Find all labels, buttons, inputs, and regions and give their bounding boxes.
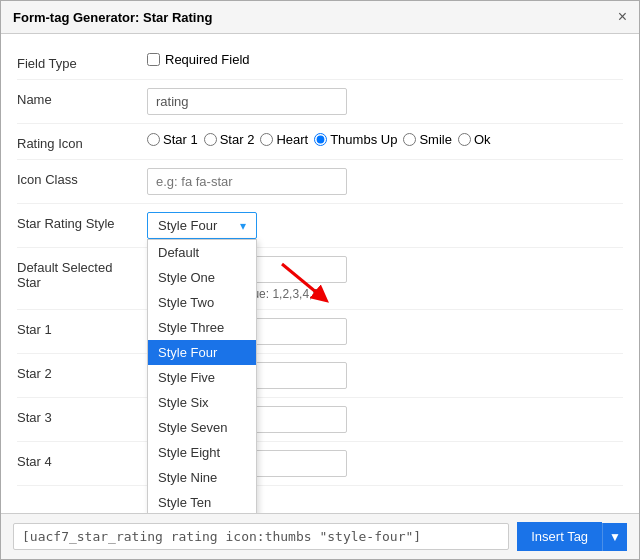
star3-label: Star 3 bbox=[17, 406, 147, 425]
field-type-control: Required Field bbox=[147, 52, 623, 67]
radio-heart-label[interactable]: Heart bbox=[260, 132, 308, 147]
name-label: Name bbox=[17, 88, 147, 107]
default-selected-star-label: Default SelectedStar bbox=[17, 256, 147, 290]
radio-star2[interactable] bbox=[204, 133, 217, 146]
star2-row: Star 2 bbox=[17, 354, 623, 398]
style-option-one[interactable]: Style One bbox=[148, 265, 256, 290]
generated-code-field[interactable] bbox=[13, 523, 509, 550]
red-arrow-icon bbox=[277, 259, 337, 309]
name-row: Name bbox=[17, 80, 623, 124]
name-control bbox=[147, 88, 623, 115]
dialog-title: Form-tag Generator: Star Rating bbox=[13, 10, 212, 25]
dialog-footer: Insert Tag ▼ bbox=[1, 513, 639, 559]
icon-class-row: Icon Class bbox=[17, 160, 623, 204]
insert-tag-dropdown-button[interactable]: ▼ bbox=[602, 523, 627, 551]
insert-tag-button[interactable]: Insert Tag bbox=[517, 522, 602, 551]
style-option-nine[interactable]: Style Nine bbox=[148, 465, 256, 490]
style-option-ten[interactable]: Style Ten bbox=[148, 490, 256, 513]
style-dropdown: Default Style One Style Two Style Three … bbox=[147, 239, 257, 513]
star-rating-style-control: Style Four ▾ Default Style One Style Two… bbox=[147, 212, 623, 239]
rating-icon-row: Rating Icon Star 1 Star 2 Heart Thumbs U… bbox=[17, 124, 623, 160]
icon-class-label: Icon Class bbox=[17, 168, 147, 187]
star1-row: Star 1 bbox=[17, 310, 623, 354]
required-field-checkbox-label[interactable]: Required Field bbox=[147, 52, 623, 67]
star-rating-style-row: Star Rating Style Style Four ▾ Default S… bbox=[17, 204, 623, 248]
style-select-button[interactable]: Style Four ▾ bbox=[147, 212, 257, 239]
radio-thumbsup-label[interactable]: Thumbs Up bbox=[314, 132, 397, 147]
radio-smile-label[interactable]: Smile bbox=[403, 132, 452, 147]
radio-star2-label[interactable]: Star 2 bbox=[204, 132, 255, 147]
star4-row: Star 4 bbox=[17, 442, 623, 486]
close-button[interactable]: × bbox=[618, 9, 627, 25]
radio-heart[interactable] bbox=[260, 133, 273, 146]
radio-smile[interactable] bbox=[403, 133, 416, 146]
name-input[interactable] bbox=[147, 88, 347, 115]
style-select-wrapper: Style Four ▾ Default Style One Style Two… bbox=[147, 212, 257, 239]
svg-line-1 bbox=[282, 264, 322, 297]
radio-ok[interactable] bbox=[458, 133, 471, 146]
style-option-six[interactable]: Style Six bbox=[148, 390, 256, 415]
star4-label: Star 4 bbox=[17, 450, 147, 469]
style-option-eight[interactable]: Style Eight bbox=[148, 440, 256, 465]
field-type-row: Field Type Required Field bbox=[17, 44, 623, 80]
required-field-text: Required Field bbox=[165, 52, 250, 67]
style-option-default[interactable]: Default bbox=[148, 240, 256, 265]
style-option-two[interactable]: Style Two bbox=[148, 290, 256, 315]
style-option-three[interactable]: Style Three bbox=[148, 315, 256, 340]
dialog: Form-tag Generator: Star Rating × Field … bbox=[0, 0, 640, 560]
star1-label: Star 1 bbox=[17, 318, 147, 337]
star2-label: Star 2 bbox=[17, 362, 147, 381]
star-rating-style-label: Star Rating Style bbox=[17, 212, 147, 231]
rating-icon-label: Rating Icon bbox=[17, 132, 147, 151]
chevron-down-icon: ▾ bbox=[240, 219, 246, 233]
dialog-body: Field Type Required Field Name Rating Ic… bbox=[1, 34, 639, 513]
rating-icon-control: Star 1 Star 2 Heart Thumbs Up Smile Ok bbox=[147, 132, 623, 147]
radio-thumbsup[interactable] bbox=[314, 133, 327, 146]
icon-class-input[interactable] bbox=[147, 168, 347, 195]
style-selected-value: Style Four bbox=[158, 218, 217, 233]
star3-row: Star 3 bbox=[17, 398, 623, 442]
radio-star1[interactable] bbox=[147, 133, 160, 146]
style-option-four[interactable]: Style Four bbox=[148, 340, 256, 365]
icon-class-control bbox=[147, 168, 623, 195]
field-type-label: Field Type bbox=[17, 52, 147, 71]
radio-star1-label[interactable]: Star 1 bbox=[147, 132, 198, 147]
dialog-title-bar: Form-tag Generator: Star Rating × bbox=[1, 1, 639, 34]
style-option-five[interactable]: Style Five bbox=[148, 365, 256, 390]
required-field-checkbox[interactable] bbox=[147, 53, 160, 66]
style-option-seven[interactable]: Style Seven bbox=[148, 415, 256, 440]
radio-ok-label[interactable]: Ok bbox=[458, 132, 491, 147]
